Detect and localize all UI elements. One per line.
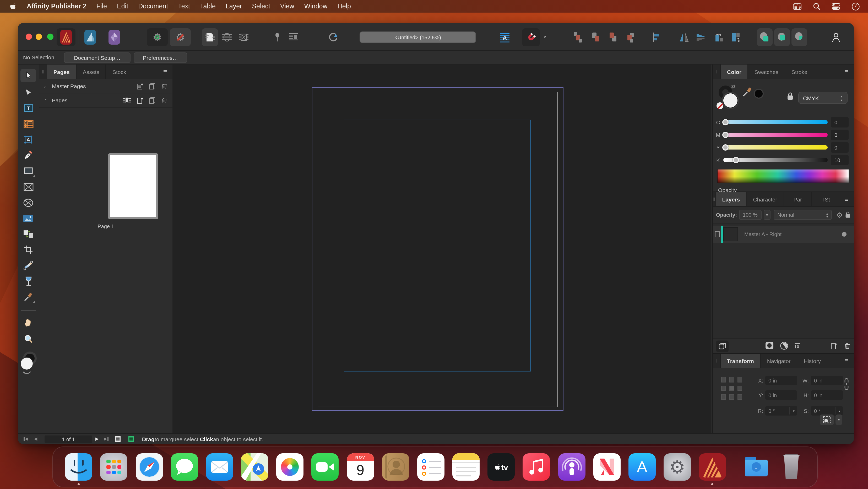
move-to-back-button[interactable]: [622, 28, 638, 46]
pages-section-header[interactable]: › Pages: [39, 93, 173, 108]
dock-affinity-publisher-icon[interactable]: [699, 453, 726, 481]
publisher-persona-button[interactable]: [57, 28, 75, 46]
magenta-value[interactable]: 0: [831, 130, 848, 140]
tab-stroke[interactable]: Stroke: [785, 64, 814, 79]
slider-knob[interactable]: [733, 157, 739, 163]
dock-reminders-icon[interactable]: [417, 453, 444, 481]
x-input[interactable]: 0 in: [765, 376, 797, 385]
tab-color[interactable]: Color: [720, 64, 748, 79]
slider-knob[interactable]: [722, 144, 728, 151]
add-page-icon[interactable]: [137, 97, 144, 104]
tab-paragraph[interactable]: Par: [783, 192, 811, 206]
layer-visibility-dot[interactable]: [842, 232, 846, 237]
dock-photos-icon[interactable]: [276, 453, 304, 481]
clock-icon[interactable]: [851, 2, 860, 10]
dock-safari-icon[interactable]: [135, 453, 163, 481]
dock-mail-icon[interactable]: [206, 453, 233, 481]
color-picker-tool[interactable]: [21, 290, 36, 304]
adjustment-layer-button[interactable]: [780, 341, 788, 351]
frame-text-tool[interactable]: T: [21, 101, 36, 115]
page-indicator[interactable]: 1 of 1: [44, 435, 92, 443]
control-center-icon[interactable]: [832, 2, 840, 10]
tab-layers[interactable]: Layers: [715, 192, 746, 206]
menu-file[interactable]: File: [96, 3, 107, 10]
tab-swatches[interactable]: Swatches: [748, 64, 785, 79]
dock-messages-icon[interactable]: [170, 453, 198, 481]
transform-origin-chevron[interactable]: ∨: [836, 414, 842, 425]
minimize-window-button[interactable]: [36, 34, 42, 40]
move-backward-button[interactable]: [605, 28, 621, 46]
menu-select[interactable]: Select: [252, 3, 270, 10]
next-page-button[interactable]: ▶: [95, 434, 98, 444]
rotate-cw-button[interactable]: [728, 28, 743, 46]
slider-knob[interactable]: [722, 119, 728, 125]
move-tool[interactable]: [21, 69, 36, 82]
fill-swatch[interactable]: [723, 93, 738, 108]
text-flow-frame-button[interactable]: [235, 28, 252, 46]
apply-master-icon[interactable]: [122, 97, 131, 104]
tab-assets[interactable]: Assets: [76, 64, 105, 79]
last-page-button[interactable]: ▶: [104, 434, 109, 444]
snapping-options-chevron[interactable]: ∨: [541, 28, 549, 46]
apple-menu-icon[interactable]: [8, 2, 17, 10]
color-model-select[interactable]: CMYK ∧∨: [798, 92, 847, 104]
panel-menu-icon[interactable]: ≡: [839, 354, 854, 368]
layer-effects-button[interactable]: fX: [795, 343, 800, 349]
shear-input[interactable]: 0 °∨: [811, 406, 843, 415]
magenta-slider[interactable]: [723, 133, 828, 137]
dock-launchpad-icon[interactable]: [100, 453, 128, 481]
designer-persona-button[interactable]: [82, 28, 98, 46]
tab-history[interactable]: History: [797, 354, 827, 368]
rotate-ccw-button[interactable]: [711, 28, 726, 46]
panel-menu-icon[interactable]: ≡: [839, 64, 854, 79]
previous-page-button[interactable]: ◀: [34, 434, 37, 444]
dock-podcasts-icon[interactable]: [558, 453, 585, 481]
master-pages-section-header[interactable]: › Master Pages: [39, 79, 173, 93]
h-input[interactable]: 0 in: [811, 391, 843, 400]
pin-button[interactable]: [271, 28, 284, 46]
document-setup-button[interactable]: Document Setup…: [64, 53, 130, 63]
data-merge-tool[interactable]: [21, 227, 36, 241]
no-color-swatch[interactable]: [716, 102, 723, 109]
flip-horizontal-button[interactable]: [676, 28, 691, 46]
transform-origin-button[interactable]: [820, 414, 834, 425]
black-slider[interactable]: [723, 158, 828, 162]
dock-downloads-icon[interactable]: ↓: [742, 453, 770, 481]
page-1-thumbnail[interactable]: [108, 153, 158, 219]
menubar-app-name[interactable]: Affinity Publisher 2: [27, 3, 87, 10]
text-wrap-button[interactable]: [286, 28, 301, 46]
keyboard-switcher-icon[interactable]: ⌘: [793, 2, 801, 10]
add-layer-icon[interactable]: [831, 343, 838, 349]
layer-opacity-chevron[interactable]: ∨: [764, 210, 771, 220]
menu-layer[interactable]: Layer: [226, 3, 242, 10]
color-spectrum-bar[interactable]: [717, 169, 849, 183]
layer-row[interactable]: Master A - Right: [713, 226, 854, 243]
panel-grip[interactable]: ‖: [39, 64, 46, 79]
single-page-view-icon[interactable]: [115, 434, 121, 444]
fill-stroke-well[interactable]: [18, 350, 39, 376]
menu-view[interactable]: View: [280, 3, 294, 10]
transparency-tool[interactable]: [21, 275, 36, 288]
panel-grip[interactable]: ‖: [713, 354, 720, 368]
dock-facetime-icon[interactable]: [312, 453, 339, 481]
dock-contacts-icon[interactable]: [382, 453, 409, 481]
move-forward-button[interactable]: [588, 28, 603, 46]
dock-calendar-icon[interactable]: NOV 9: [347, 453, 374, 481]
expand-caret-icon[interactable]: ›: [43, 98, 49, 102]
menu-document[interactable]: Document: [138, 3, 168, 10]
menu-window[interactable]: Window: [304, 3, 328, 10]
anchor-point-selector[interactable]: [721, 377, 742, 400]
dock-music-icon[interactable]: [523, 453, 550, 481]
dock-notes-icon[interactable]: [452, 453, 479, 481]
collapse-caret-icon[interactable]: ›: [44, 83, 48, 89]
tab-pages[interactable]: Pages: [46, 64, 76, 79]
color-picker-icon[interactable]: [742, 87, 753, 98]
delete-page-icon[interactable]: [161, 97, 168, 104]
preferences-button[interactable]: Preferences…: [134, 53, 187, 63]
rotation-input[interactable]: 0 °∨: [765, 406, 797, 415]
menu-table[interactable]: Table: [200, 3, 216, 10]
layer-name[interactable]: Master A - Right: [744, 231, 781, 237]
y-input[interactable]: 0 in: [765, 391, 797, 400]
dock-trash-icon[interactable]: [778, 453, 805, 481]
w-input[interactable]: 0 in: [811, 376, 843, 385]
